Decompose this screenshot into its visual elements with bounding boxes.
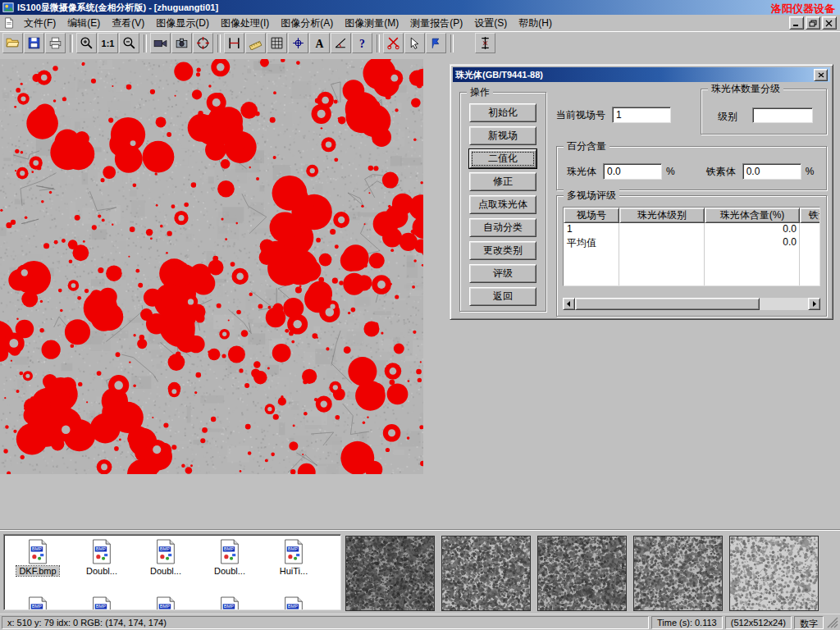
- toolbar-video-button[interactable]: [150, 33, 171, 53]
- initialize-button[interactable]: 初始化: [469, 103, 536, 122]
- menu-item-file[interactable]: 文件(F): [18, 15, 62, 32]
- auto-classify-button[interactable]: 自动分类: [469, 218, 536, 237]
- svg-text:BMP: BMP: [224, 604, 235, 609]
- scissors-icon: [386, 36, 400, 50]
- file-list: BMPDKF.bmpBMPDoubl...BMPDoubl...BMPDoubl…: [3, 534, 341, 610]
- ruler-icon: [249, 36, 262, 50]
- thumbnail-image[interactable]: [633, 536, 723, 611]
- toolbar-grid-button[interactable]: [267, 33, 287, 53]
- file-item-label: Doubl...: [212, 566, 248, 576]
- current-field-input[interactable]: [612, 107, 671, 123]
- mdi-restore-button[interactable]: [806, 16, 820, 30]
- thumbnail-image[interactable]: [441, 536, 531, 611]
- file-item[interactable]: BMPDoubl...: [134, 536, 198, 594]
- specimen-image[interactable]: [0, 59, 423, 474]
- menu-item-help[interactable]: 帮助(H): [513, 15, 558, 32]
- toolbar-separator: [217, 34, 221, 52]
- toolbar-open-button[interactable]: [2, 33, 23, 53]
- dialog-title-bar[interactable]: 珠光体(GB/T9441-88): [453, 67, 830, 82]
- pointer-icon: [408, 36, 422, 50]
- pearlite-percent-input[interactable]: [603, 163, 662, 180]
- toolbar-print-button[interactable]: [45, 33, 66, 53]
- correct-button[interactable]: 修正: [469, 172, 536, 191]
- status-bar: x: 510 y: 79 idx: 0 RGB: (174, 174, 174)…: [0, 614, 840, 630]
- scrollbar-thumb[interactable]: [575, 298, 760, 310]
- column-header[interactable]: 珠光体级别: [619, 208, 705, 223]
- menu-item-settings[interactable]: 设置(S): [468, 15, 513, 32]
- scrollbar-right-arrow[interactable]: [808, 298, 820, 310]
- mdi-close-button[interactable]: [822, 16, 837, 30]
- toolbar-scissors-button[interactable]: [383, 33, 404, 53]
- toolbar-target-button[interactable]: [193, 33, 213, 53]
- toolbar-snapshot-button[interactable]: [171, 33, 192, 53]
- toolbar-gauge-button[interactable]: [475, 33, 495, 53]
- dialog-close-button[interactable]: [814, 69, 828, 81]
- menu-item-image-display[interactable]: 图像显示(D): [150, 15, 215, 32]
- file-item[interactable]: BMP: [6, 594, 70, 610]
- new-field-button[interactable]: 新视场: [469, 126, 536, 145]
- gauge-icon: [478, 36, 492, 50]
- file-item[interactable]: BMP: [262, 594, 326, 610]
- toolbar-pointer-button[interactable]: [404, 33, 425, 53]
- file-item[interactable]: BMPDKF.bmp: [6, 536, 70, 594]
- right-arrow-icon: [811, 301, 817, 307]
- thumbnail-image[interactable]: [537, 536, 627, 611]
- file-item[interactable]: BMP: [198, 594, 262, 610]
- rate-button[interactable]: 评级: [469, 264, 536, 283]
- menu-item-view[interactable]: 查看(V): [106, 15, 150, 32]
- table-row[interactable]: 10.0: [564, 223, 819, 236]
- file-item[interactable]: BMP: [70, 594, 134, 610]
- table-row[interactable]: 平均值0.0: [564, 236, 819, 249]
- title-bar[interactable]: IS100显微摄像系统(金相分析版) - [zhuguangti01] 洛阳仪器…: [0, 0, 840, 15]
- file-item-label: DKF.bmp: [16, 566, 58, 576]
- toolbar-caliper-button[interactable]: [224, 33, 244, 53]
- return-button[interactable]: 返回: [469, 287, 536, 306]
- file-item-label: HuiTi...: [277, 566, 310, 576]
- angle-icon: [334, 36, 348, 50]
- file-item[interactable]: BMPHuiTi...: [262, 536, 326, 594]
- scrollbar-left-arrow[interactable]: [563, 298, 575, 310]
- target-icon: [196, 36, 210, 50]
- application-window: IS100显微摄像系统(金相分析版) - [zhuguangti01] 洛阳仪器…: [0, 0, 840, 630]
- toolbar-separator: [70, 34, 73, 52]
- grid-line: [619, 223, 619, 285]
- toolbar-angle-button[interactable]: [331, 33, 351, 53]
- menu-item-image-measure[interactable]: 图像测量(M): [339, 15, 404, 32]
- change-class-button[interactable]: 更改类别: [469, 241, 536, 260]
- toolbar-ruler-button[interactable]: [245, 33, 266, 53]
- grade-input[interactable]: [752, 107, 813, 123]
- thumbnail-image[interactable]: [729, 536, 819, 611]
- save-icon: [27, 36, 41, 50]
- toolbar-zoom-in-button[interactable]: [76, 33, 97, 53]
- menu-item-image-analysis[interactable]: 图像分析(A): [275, 15, 339, 32]
- scrollbar-track[interactable]: [575, 298, 808, 310]
- resize-grip[interactable]: [827, 617, 838, 628]
- menu-item-measure-report[interactable]: 测量报告(P): [404, 15, 468, 32]
- toolbar-crosshair-button[interactable]: [288, 33, 308, 53]
- toolbar-save-button[interactable]: [24, 33, 44, 53]
- file-item[interactable]: BMPDoubl...: [70, 536, 134, 594]
- column-header[interactable]: 铁素体含量(%): [800, 208, 820, 223]
- thumbnail-strip: [345, 536, 819, 611]
- menu-item-image-process[interactable]: 图像处理(I): [215, 15, 275, 32]
- file-item[interactable]: BMP: [134, 594, 198, 610]
- bmp-file-icon: BMP: [155, 539, 176, 564]
- multifield-table: 视场号珠光体级别珠光体含量(%)铁素体含量(%) 10.0平均值0.0: [563, 207, 820, 286]
- file-item[interactable]: BMPDoubl...: [198, 536, 262, 594]
- percent-group-label: 百分含量: [564, 140, 609, 152]
- toolbar-text-button[interactable]: A: [309, 33, 330, 53]
- toolbar-help-button[interactable]: ?: [352, 33, 372, 53]
- thumbnail-image[interactable]: [345, 536, 435, 611]
- binarize-button[interactable]: 二值化: [469, 149, 536, 168]
- column-header[interactable]: 珠光体含量(%): [705, 208, 800, 223]
- ferrite-percent-input[interactable]: [742, 163, 801, 180]
- dialog-title: 珠光体(GB/T9441-88): [455, 69, 814, 81]
- mdi-minimize-button[interactable]: [789, 16, 804, 30]
- menu-item-edit[interactable]: 编辑(E): [62, 15, 106, 32]
- pick-pearlite-button[interactable]: 点取珠光体: [469, 195, 536, 214]
- grid-line: [799, 223, 800, 285]
- column-header[interactable]: 视场号: [564, 208, 619, 223]
- toolbar-actual-size-button[interactable]: 1:1: [98, 33, 118, 53]
- toolbar-zoom-out-button[interactable]: [119, 33, 139, 53]
- toolbar-marker-button[interactable]: [426, 33, 446, 53]
